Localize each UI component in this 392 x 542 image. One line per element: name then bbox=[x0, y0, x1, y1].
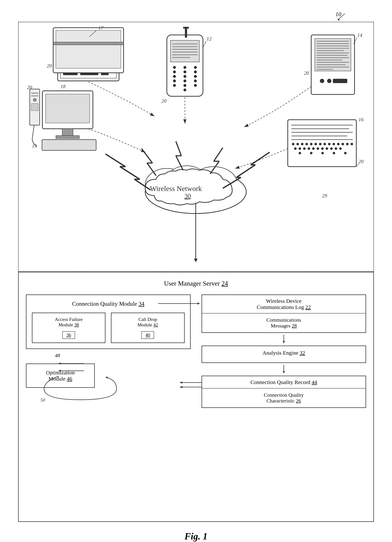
svg-text:50: 50 bbox=[40, 397, 45, 403]
svg-rect-101 bbox=[31, 103, 38, 111]
svg-line-69 bbox=[203, 41, 206, 48]
svg-point-58 bbox=[173, 75, 176, 78]
svg-point-66 bbox=[194, 84, 197, 87]
svg-line-144 bbox=[356, 164, 359, 167]
svg-point-54 bbox=[194, 66, 197, 69]
svg-point-115 bbox=[305, 143, 308, 145]
wdc-log-box: Wireless DeviceCommunications Log 22 Com… bbox=[201, 294, 366, 333]
svg-point-132 bbox=[321, 147, 324, 150]
svg-point-113 bbox=[296, 143, 299, 145]
svg-point-141 bbox=[344, 152, 347, 154]
svg-marker-164 bbox=[283, 371, 285, 374]
svg-point-59 bbox=[183, 75, 186, 78]
left-column: Connection Quality Module 34 Access Fail… bbox=[26, 294, 191, 408]
svg-point-86 bbox=[320, 79, 324, 83]
call-drop-module: Call DropModule 42 40 bbox=[111, 313, 185, 343]
svg-point-67 bbox=[183, 88, 186, 91]
bottom-diagram: User Manager Server 24 Connection Qualit… bbox=[18, 272, 374, 522]
top-diagram: 17 20 bbox=[18, 22, 374, 272]
cqr-box: Connection Quality Record 44 Connection … bbox=[201, 376, 366, 408]
svg-rect-95 bbox=[56, 136, 79, 138]
svg-point-65 bbox=[183, 84, 186, 87]
svg-point-55 bbox=[173, 70, 176, 73]
svg-text:17: 17 bbox=[98, 25, 103, 31]
svg-point-134 bbox=[330, 147, 333, 150]
arrow-cqr-to-opt bbox=[180, 379, 205, 390]
svg-text:20: 20 bbox=[27, 84, 32, 90]
svg-rect-38 bbox=[53, 42, 123, 45]
svg-point-138 bbox=[310, 152, 312, 154]
svg-point-53 bbox=[183, 66, 186, 69]
svg-text:Wireless Network: Wireless Network bbox=[150, 185, 202, 193]
svg-text:30: 30 bbox=[184, 192, 191, 200]
analysis-engine-box: Analysis Engine 32 bbox=[201, 346, 366, 363]
svg-text:12: 12 bbox=[207, 36, 212, 42]
svg-text:20: 20 bbox=[304, 70, 309, 76]
arrow-analysis-to-cqr bbox=[280, 365, 288, 374]
svg-point-61 bbox=[173, 80, 176, 82]
svg-marker-155 bbox=[194, 259, 197, 262]
ref-36: 36 bbox=[62, 331, 75, 339]
svg-rect-96 bbox=[42, 140, 96, 150]
svg-text:14: 14 bbox=[357, 32, 362, 38]
svg-text:16: 16 bbox=[359, 117, 364, 122]
right-column: Wireless DeviceCommunications Log 22 Com… bbox=[201, 294, 366, 408]
svg-text:20: 20 bbox=[47, 63, 52, 69]
svg-marker-157 bbox=[59, 363, 61, 365]
svg-point-87 bbox=[327, 79, 332, 83]
svg-text:18: 18 bbox=[60, 84, 65, 89]
svg-text:20: 20 bbox=[359, 158, 364, 164]
svg-line-0 bbox=[338, 14, 345, 20]
sub-modules-row: Access FailureModule 38 36 Call DropModu… bbox=[32, 313, 185, 343]
svg-rect-88 bbox=[333, 79, 347, 83]
server-title: User Manager Server 24 bbox=[26, 280, 366, 287]
arrow-wdc-to-analysis bbox=[280, 335, 288, 344]
svg-point-52 bbox=[173, 66, 176, 69]
ref10-arrow bbox=[336, 13, 347, 22]
page-container: 10 bbox=[0, 0, 392, 542]
svg-rect-43 bbox=[185, 28, 187, 38]
svg-point-112 bbox=[292, 143, 294, 145]
access-failure-module: Access FailureModule 38 36 bbox=[32, 313, 105, 343]
svg-marker-158 bbox=[59, 370, 61, 372]
cqc-section: Connection QualityCharacteristic 26 bbox=[202, 389, 366, 407]
connector-cq-wdc bbox=[158, 298, 203, 309]
svg-point-128 bbox=[303, 147, 305, 150]
svg-point-125 bbox=[350, 143, 353, 145]
svg-rect-93 bbox=[46, 94, 90, 123]
comm-messages: CommunicationsMessages 28 bbox=[202, 314, 366, 332]
svg-point-64 bbox=[173, 84, 176, 87]
bottom-arrows-left: 50 bbox=[26, 349, 191, 385]
svg-point-117 bbox=[314, 143, 317, 145]
svg-rect-99 bbox=[31, 95, 38, 96]
svg-point-131 bbox=[317, 147, 319, 150]
svg-point-100 bbox=[33, 98, 36, 101]
svg-point-127 bbox=[299, 147, 301, 150]
svg-point-139 bbox=[321, 152, 324, 154]
svg-marker-162 bbox=[283, 341, 285, 343]
access-failure-title: Access FailureModule 38 bbox=[38, 317, 99, 328]
svg-point-136 bbox=[339, 147, 342, 150]
svg-point-135 bbox=[335, 147, 337, 150]
svg-point-133 bbox=[326, 147, 328, 150]
svg-marker-168 bbox=[180, 386, 182, 388]
svg-point-57 bbox=[194, 70, 197, 73]
svg-text:29: 29 bbox=[322, 193, 327, 198]
call-drop-title: Call DropModule 42 bbox=[117, 317, 179, 328]
svg-rect-44 bbox=[183, 27, 189, 29]
svg-point-60 bbox=[194, 75, 197, 78]
svg-marker-170 bbox=[197, 303, 200, 305]
svg-rect-45 bbox=[170, 40, 199, 62]
cqr-title: Connection Quality Record 44 bbox=[202, 376, 366, 389]
wdc-log-title: Wireless DeviceCommunications Log 22 bbox=[202, 295, 366, 314]
svg-point-124 bbox=[346, 143, 348, 145]
svg-rect-37 bbox=[56, 30, 121, 68]
svg-point-114 bbox=[301, 143, 303, 145]
svg-point-123 bbox=[341, 143, 344, 145]
top-diagram-svg: 17 20 bbox=[19, 22, 373, 271]
svg-point-126 bbox=[294, 147, 297, 150]
svg-point-122 bbox=[337, 143, 340, 145]
analysis-engine-title: Analysis Engine 32 bbox=[207, 350, 360, 356]
svg-point-118 bbox=[319, 143, 321, 145]
svg-point-62 bbox=[183, 80, 186, 82]
